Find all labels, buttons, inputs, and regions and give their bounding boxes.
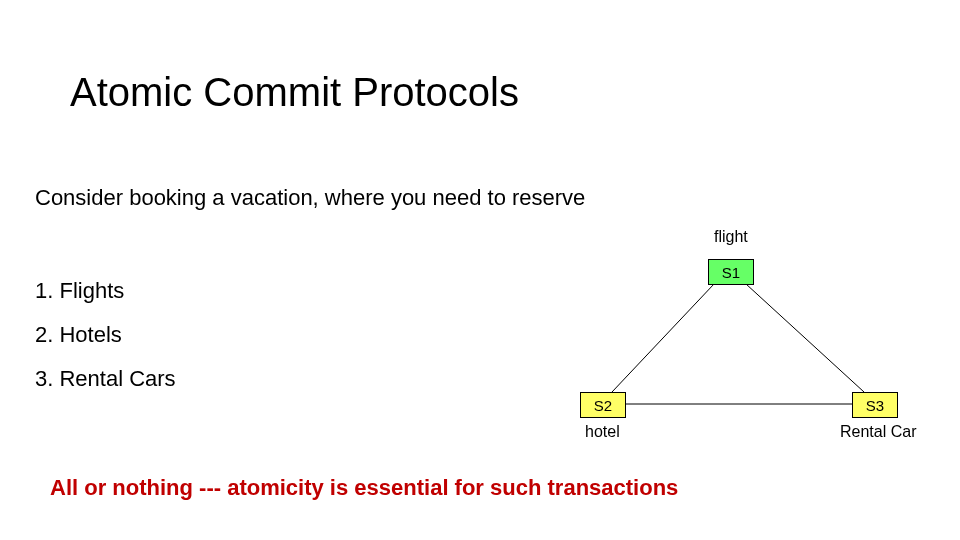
svg-line-0 <box>612 284 714 392</box>
node-s3: S3 <box>852 392 898 418</box>
node-s2: S2 <box>580 392 626 418</box>
node-s1: S1 <box>708 259 754 285</box>
label-rentalcar: Rental Car <box>840 423 916 441</box>
list-item: 3. Rental Cars <box>35 366 176 392</box>
list-item: 1. Flights <box>35 278 124 304</box>
label-hotel: hotel <box>585 423 620 441</box>
label-flight: flight <box>714 228 748 246</box>
page-title: Atomic Commit Protocols <box>70 70 519 115</box>
svg-line-1 <box>746 284 864 392</box>
intro-text: Consider booking a vacation, where you n… <box>35 185 585 211</box>
conclusion-text: All or nothing --- atomicity is essentia… <box>50 475 678 501</box>
list-item: 2. Hotels <box>35 322 122 348</box>
